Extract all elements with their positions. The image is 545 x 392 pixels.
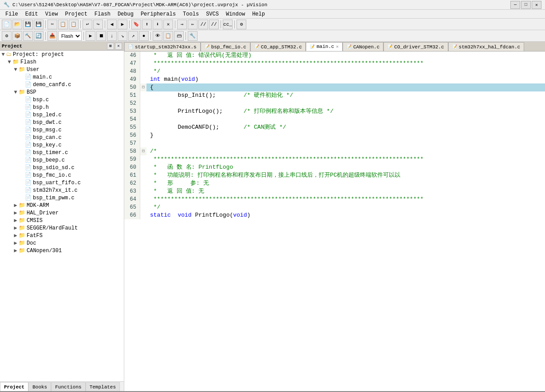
project-tab-project[interactable]: Project	[0, 382, 28, 391]
comment-button[interactable]: //	[198, 20, 208, 29]
panel-close-button[interactable]: ✕	[115, 43, 122, 50]
tree-item-bsp_led[interactable]: 📄bsp_led.c	[0, 111, 124, 119]
editor-tab-mainc[interactable]: 📝main.c✕	[306, 42, 343, 51]
fold-marker[interactable]: ⊟	[140, 147, 146, 155]
dbg-run-button[interactable]: ▶	[86, 31, 95, 41]
menu-item-debug[interactable]: Debug	[114, 10, 137, 18]
save-all-button[interactable]: 💾	[34, 20, 43, 29]
tree-item-bsp_tim_pwm[interactable]: 📄bsp_tim_pwm.c	[0, 194, 124, 202]
cut-button[interactable]: ✂	[47, 20, 57, 29]
tree-item-cmsis[interactable]: ▶📁CMSIS	[0, 217, 124, 224]
new-file-button[interactable]: 📄	[2, 20, 12, 29]
menu-item-peripherals[interactable]: Peripherals	[137, 10, 179, 18]
tree-label: stm32h7xx_it.c	[33, 187, 78, 194]
tree-item-bsp_sdio_sd[interactable]: 📄bsp_sdio_sd.c	[0, 164, 124, 171]
tree-item-bsp[interactable]: ▼📁BSP	[0, 88, 124, 96]
tree-item-bsp_timer[interactable]: 📄bsp_timer.c	[0, 149, 124, 156]
close-button[interactable]: ✕	[532, 1, 541, 9]
tree-item-bsp_beep[interactable]: 📄bsp_beep.c	[0, 156, 124, 164]
editor-tab-COappSTMc[interactable]: 📝CO_app_STM32.c	[250, 42, 306, 51]
menu-item-view[interactable]: View	[42, 10, 62, 18]
tree-item-user[interactable]: ▼📁User	[0, 66, 124, 73]
menu-item-file[interactable]: File	[2, 10, 22, 18]
bookmark-button[interactable]: 🔖	[131, 20, 141, 29]
dbg-step-over-button[interactable]: ↘	[118, 31, 127, 41]
project-tab-books[interactable]: Books	[28, 382, 51, 391]
fold-marker[interactable]: ⊟	[140, 83, 146, 91]
dbg-bp-button[interactable]: ●	[139, 31, 149, 41]
menu-item-project[interactable]: Project	[61, 10, 91, 18]
panel-float-button[interactable]: ⊞	[107, 43, 114, 50]
tree-item-demo_canfd[interactable]: 📄demo_canfd.c	[0, 81, 124, 88]
tree-item-bsp_can[interactable]: 📄bsp_can.c	[0, 134, 124, 141]
tab-close-button[interactable]: ✕	[336, 44, 339, 49]
editor-tab-bspfmcioc[interactable]: 📝bsp_fmc_io.c	[201, 42, 250, 51]
tree-item-flash[interactable]: ▼📁Flash	[0, 58, 124, 66]
menu-item-edit[interactable]: Edit	[22, 10, 42, 18]
minimize-button[interactable]: —	[510, 1, 520, 9]
register-button[interactable]: 📋	[163, 31, 173, 41]
watch-button[interactable]: 👁	[153, 31, 162, 41]
dbg-stop-button[interactable]: ⏹	[96, 31, 106, 41]
menu-item-flash[interactable]: Flash	[91, 10, 114, 18]
tree-item-segger[interactable]: ▶📁SEGGER/HardFault	[0, 224, 124, 232]
memory-button[interactable]: 🗃	[174, 31, 184, 41]
undo-button[interactable]: ↩	[83, 20, 92, 29]
clear-bookmarks-button[interactable]: ✕	[163, 20, 173, 29]
tree-item-hal_driver[interactable]: ▶📁HAL_Driver	[0, 209, 124, 217]
line-number: 66	[124, 211, 140, 219]
tree-item-bsp_msg[interactable]: 📄bsp_msg.c	[0, 126, 124, 134]
project-tab-templates[interactable]: Templates	[86, 382, 120, 391]
tree-item-bsp_fmc_io[interactable]: 📄bsp_fmc_io.c	[0, 171, 124, 179]
menu-item-window[interactable]: Window	[222, 10, 249, 18]
project-tab-functions[interactable]: Functions	[51, 382, 85, 391]
editor-tab-startupstmhxxs[interactable]: 📄startup_stm32h743xx.s	[124, 42, 201, 51]
tree-label: CMSIS	[27, 218, 43, 224]
nav-back-button[interactable]: ◀	[107, 20, 117, 29]
paste-button[interactable]: 📋	[69, 20, 79, 29]
open-file-button[interactable]: 📂	[12, 20, 22, 29]
code-editor[interactable]: 46 * 返 回 值: 错误代码(无需处理)47 ***************…	[124, 51, 545, 391]
save-button[interactable]: 💾	[23, 20, 33, 29]
tree-item-bsp_uart_fifo[interactable]: 📄bsp_uart_fifo.c	[0, 179, 124, 186]
settings-button[interactable]: ⚙	[237, 20, 246, 29]
editor-tab-stmhxxhalfdcanc[interactable]: 📝stm32h7xx_hal_fdcan.c	[448, 42, 525, 51]
build-all-button[interactable]: 🔨	[23, 31, 33, 41]
tree-item-bsp_dwt[interactable]: 📄bsp_dwt.c	[0, 119, 124, 126]
right-panel: 📄startup_stm32h743xx.s📝bsp_fmc_io.c📝CO_a…	[124, 42, 545, 391]
redo-button[interactable]: ↪	[93, 20, 103, 29]
dbg-step-button[interactable]: ↓	[107, 31, 117, 41]
menu-item-tools[interactable]: Tools	[179, 10, 202, 18]
tree-item-bsp_c[interactable]: 📄bsp.c	[0, 96, 124, 103]
menu-item-help[interactable]: Help	[249, 10, 269, 18]
tree-label: bsp.c	[33, 97, 49, 103]
tree-item-mdk_arm[interactable]: ▶📁MDK-ARM	[0, 202, 124, 209]
nav-forward-button[interactable]: ▶	[118, 20, 127, 29]
tree-item-canopen[interactable]: ▶📁CANopen/301	[0, 247, 124, 254]
target-dropdown[interactable]: Flash	[58, 31, 82, 41]
tree-item-doc[interactable]: ▶📁Doc	[0, 239, 124, 247]
tree-item-main_c[interactable]: 📄main.c	[0, 73, 124, 81]
tree-item-fatfs[interactable]: ▶📁FatFS	[0, 232, 124, 239]
tools-button[interactable]: 🔧	[188, 31, 197, 41]
copy-button[interactable]: 📋	[58, 20, 68, 29]
dbg-step-out-button[interactable]: ↗	[128, 31, 138, 41]
next-bookmark-button[interactable]: ⬇	[153, 20, 162, 29]
tree-item-bsp_key[interactable]: 📄bsp_key.c	[0, 141, 124, 149]
unindent-button[interactable]: ⇐	[188, 20, 197, 29]
target-options-button[interactable]: ⚙	[2, 31, 12, 41]
cc-button[interactable]: cc_	[223, 20, 233, 29]
indent-button[interactable]: ⇒	[177, 20, 187, 29]
menu-item-svcs[interactable]: SVCS	[202, 10, 222, 18]
rebuild-button[interactable]: 🔄	[34, 31, 43, 41]
manage-rte-button[interactable]: 📦	[12, 31, 22, 41]
uncomment-button[interactable]: //	[209, 20, 219, 29]
tree-item-root[interactable]: ▼🗂Project: project	[0, 51, 124, 58]
editor-tab-COdriverSTMc[interactable]: 📝CO_driver_STM32.c	[383, 42, 448, 51]
maximize-button[interactable]: □	[521, 1, 531, 9]
editor-tab-CANopenc[interactable]: 📝CANopen.c	[343, 42, 383, 51]
prev-bookmark-button[interactable]: ⬆	[142, 20, 152, 29]
tree-item-stm32h7xx_it[interactable]: 📄stm32h7xx_it.c	[0, 186, 124, 194]
load-button[interactable]: 📥	[47, 31, 57, 41]
tree-item-bsp_h[interactable]: 📄bsp.h	[0, 103, 124, 111]
